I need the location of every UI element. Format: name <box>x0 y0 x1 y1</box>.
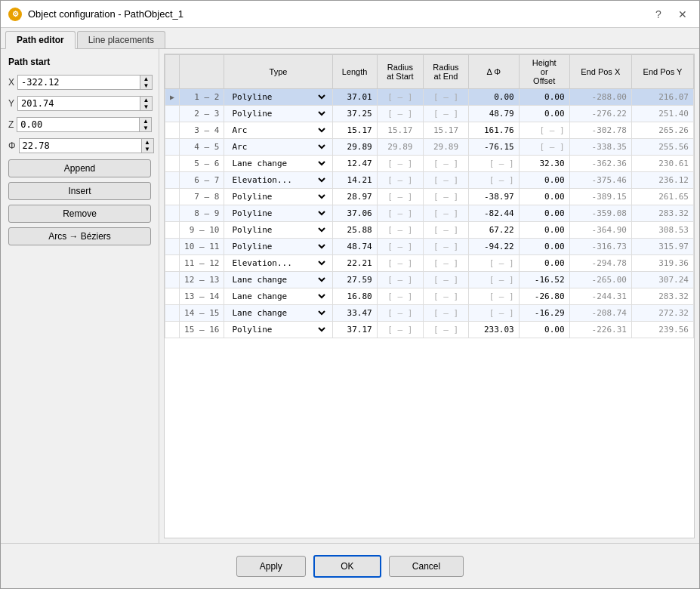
table-row[interactable]: 4 – 5 Arc 29.89 29.89 29.89 -76.15 [ – ]… <box>165 139 694 156</box>
row-type-0[interactable]: Polyline <box>224 89 332 106</box>
field-z-down[interactable]: ▼ <box>140 125 151 131</box>
row-height-offset-10: 0.00 <box>519 255 569 272</box>
row-type-13[interactable]: Lane change <box>224 305 332 322</box>
table-row[interactable]: ▶ 1 – 2 Polyline 37.01 [ – ] [ – ] 0.00 … <box>165 89 694 106</box>
table-row[interactable]: 7 – 8 Polyline 28.97 [ – ] [ – ] -38.97 … <box>165 189 694 205</box>
insert-button[interactable]: Insert <box>8 182 151 200</box>
row-height-offset-12: -26.80 <box>519 288 569 305</box>
arcs-beziers-button[interactable]: Arcs → Béziers <box>8 227 151 245</box>
ok-button[interactable]: OK <box>313 555 381 578</box>
row-segment-10: 11 – 12 <box>180 255 224 272</box>
row-end-pos-y-2: 265.26 <box>631 122 693 139</box>
row-end-pos-x-14: -226.31 <box>569 322 631 338</box>
table-row[interactable]: 8 – 9 Polyline 37.06 [ – ] [ – ] -82.44 … <box>165 205 694 222</box>
table-row[interactable]: 5 – 6 Lane change 12.47 [ – ] [ – ] [ – … <box>165 156 694 172</box>
row-end-pos-y-1: 251.40 <box>631 106 693 122</box>
row-arrow-14 <box>165 322 180 338</box>
tab-line-placements[interactable]: Line placements <box>77 31 165 48</box>
apply-button[interactable]: Apply <box>236 556 306 577</box>
col-delta-phi: Δ Φ <box>468 55 519 89</box>
field-x-label: X <box>8 77 14 88</box>
remove-button[interactable]: Remove <box>8 205 151 223</box>
field-z-up[interactable]: ▲ <box>140 118 151 125</box>
row-type-1[interactable]: Polyline <box>224 106 332 122</box>
row-arrow-3 <box>165 139 180 156</box>
table-row[interactable]: 12 – 13 Lane change 27.59 [ – ] [ – ] [ … <box>165 272 694 288</box>
segment-table-container[interactable]: Type Length Radiusat Start Radiusat End … <box>164 54 695 538</box>
row-segment-2: 3 – 4 <box>180 122 224 139</box>
row-arrow-4 <box>165 156 180 172</box>
close-button[interactable]: ✕ <box>674 5 692 23</box>
row-end-pos-y-7: 283.32 <box>631 205 693 222</box>
field-z-input-group: ▲ ▼ <box>17 117 152 132</box>
table-row[interactable]: 3 – 4 Arc 15.17 15.17 15.17 161.76 [ – ]… <box>165 122 694 139</box>
field-x-up[interactable]: ▲ <box>140 76 152 82</box>
field-phi-up[interactable]: ▲ <box>142 139 153 146</box>
table-row[interactable]: 2 – 3 Polyline 37.25 [ – ] [ – ] 48.79 0… <box>165 106 694 122</box>
row-type-6[interactable]: Polyline <box>224 189 332 205</box>
row-radius-end-9: [ – ] <box>424 239 469 255</box>
row-radius-start-6: [ – ] <box>377 189 423 205</box>
row-segment-9: 10 – 11 <box>180 239 224 255</box>
field-y-spinners: ▲ ▼ <box>140 97 152 110</box>
row-delta-phi-9: -94.22 <box>468 239 519 255</box>
row-segment-7: 8 – 9 <box>180 205 224 222</box>
field-x-input[interactable] <box>18 76 140 89</box>
tab-path-editor[interactable]: Path editor <box>5 31 76 49</box>
row-length-2: 15.17 <box>332 122 377 139</box>
row-type-11[interactable]: Lane change <box>224 272 332 288</box>
row-type-12[interactable]: Lane change <box>224 288 332 305</box>
row-radius-start-4: [ – ] <box>377 156 423 172</box>
row-arrow-11 <box>165 272 180 288</box>
row-type-3[interactable]: Arc <box>224 139 332 156</box>
row-radius-end-3: 29.89 <box>424 139 469 156</box>
field-y-up[interactable]: ▲ <box>140 97 152 103</box>
cancel-button[interactable]: Cancel <box>389 556 464 577</box>
row-end-pos-x-11: -265.00 <box>569 272 631 288</box>
table-row[interactable]: 10 – 11 Polyline 48.74 [ – ] [ – ] -94.2… <box>165 239 694 255</box>
right-panel: Type Length Radiusat Start Radiusat End … <box>159 49 699 543</box>
row-type-8[interactable]: Polyline <box>224 222 332 239</box>
table-row[interactable]: 11 – 12 Elevation... 22.21 [ – ] [ – ] [… <box>165 255 694 272</box>
row-arrow-8 <box>165 222 180 239</box>
append-button[interactable]: Append <box>8 159 151 177</box>
field-phi-down[interactable]: ▼ <box>142 146 153 153</box>
col-type: Type <box>224 55 332 89</box>
row-segment-6: 7 – 8 <box>180 189 224 205</box>
row-type-7[interactable]: Polyline <box>224 205 332 222</box>
field-phi-input[interactable] <box>20 139 141 153</box>
table-row[interactable]: 6 – 7 Elevation... 14.21 [ – ] [ – ] [ –… <box>165 172 694 189</box>
row-length-4: 12.47 <box>332 156 377 172</box>
row-type-5[interactable]: Elevation... <box>224 172 332 189</box>
row-end-pos-y-14: 239.56 <box>631 322 693 338</box>
row-end-pos-y-10: 319.36 <box>631 255 693 272</box>
field-x-down[interactable]: ▼ <box>140 82 152 89</box>
row-radius-start-0: [ – ] <box>377 89 423 106</box>
row-radius-start-3: 29.89 <box>377 139 423 156</box>
col-radius-end: Radiusat End <box>424 55 469 89</box>
row-type-10[interactable]: Elevation... <box>224 255 332 272</box>
field-y-input[interactable] <box>18 97 140 110</box>
field-y-down[interactable]: ▼ <box>140 103 152 110</box>
row-height-offset-5: 0.00 <box>519 172 569 189</box>
help-button[interactable]: ? <box>649 5 668 23</box>
table-row[interactable]: 13 – 14 Lane change 16.80 [ – ] [ – ] [ … <box>165 288 694 305</box>
table-row[interactable]: 9 – 10 Polyline 25.88 [ – ] [ – ] 67.22 … <box>165 222 694 239</box>
table-row[interactable]: 14 – 15 Lane change 33.47 [ – ] [ – ] [ … <box>165 305 694 322</box>
row-type-14[interactable]: Polyline <box>224 322 332 338</box>
row-type-9[interactable]: Polyline <box>224 239 332 255</box>
table-row[interactable]: 15 – 16 Polyline 37.17 [ – ] [ – ] 233.0… <box>165 322 694 338</box>
row-segment-4: 5 – 6 <box>180 156 224 172</box>
main-window: ⚙ Object configuration - PathObject_1 ? … <box>0 0 700 589</box>
path-start-label: Path start <box>8 57 151 67</box>
row-length-8: 25.88 <box>332 222 377 239</box>
row-length-11: 27.59 <box>332 272 377 288</box>
field-y-label: Y <box>8 98 14 109</box>
row-height-offset-4: 32.30 <box>519 156 569 172</box>
row-type-2[interactable]: Arc <box>224 122 332 139</box>
row-delta-phi-6: -38.97 <box>468 189 519 205</box>
row-end-pos-x-9: -316.73 <box>569 239 631 255</box>
row-type-4[interactable]: Lane change <box>224 156 332 172</box>
row-height-offset-14: 0.00 <box>519 322 569 338</box>
field-z-input[interactable] <box>17 118 139 131</box>
